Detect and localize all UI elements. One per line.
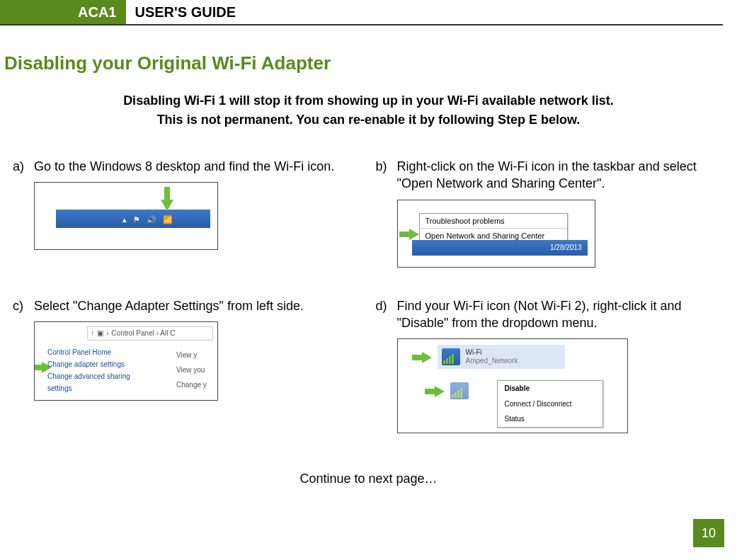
up-icon: ↑ bbox=[91, 328, 94, 338]
adapter-context-menu: Disable Connect / Disconnect Status bbox=[497, 380, 603, 428]
arrow-down-icon bbox=[161, 200, 173, 211]
intro-line-2: This is not permanent. You can re-enable… bbox=[0, 110, 737, 130]
step-a-text: Go to the Windows 8 desktop and find the… bbox=[34, 158, 362, 175]
wifi-adapter-icon bbox=[450, 382, 469, 399]
cp-home[interactable]: Control Panel Home bbox=[47, 346, 154, 358]
taskbar-date: 1/28/2013 bbox=[550, 243, 582, 253]
arrow-right-icon bbox=[435, 386, 445, 397]
folder-icon: ▣ bbox=[97, 328, 103, 338]
cp-r2: View you bbox=[176, 362, 207, 377]
tray-icons: ▴ ⚑ 🔊 📶 bbox=[122, 215, 175, 225]
control-panel-nav: Control Panel Home Change adapter settin… bbox=[47, 346, 154, 394]
step-b-label: b) bbox=[376, 158, 397, 268]
menu-item-status[interactable]: Status bbox=[498, 411, 602, 427]
screenshot-c: ↑ ▣ › Control Panel › All C Control Pane… bbox=[34, 321, 218, 401]
arrow-right-icon bbox=[422, 352, 432, 363]
arrow-right-icon bbox=[409, 229, 419, 240]
step-c: c) Select "Change Adapter Settings" from… bbox=[13, 297, 362, 434]
step-d-text: Find your Wi-Fi icon (Not Wi-Fi 2), righ… bbox=[397, 297, 725, 332]
continue-text: Continue to next page… bbox=[0, 472, 737, 486]
intro-line-1: Disabling Wi-Fi 1 will stop it from show… bbox=[0, 91, 737, 110]
breadcrumb-text: Control Panel › All C bbox=[111, 328, 175, 338]
wifi-adapter-icon bbox=[442, 348, 460, 365]
intro-block: Disabling Wi-Fi 1 will stop it from show… bbox=[0, 91, 737, 130]
cp-change-sharing[interactable]: Change advanced sharing settings bbox=[47, 370, 154, 394]
cp-r3: Change y bbox=[176, 377, 207, 392]
breadcrumb[interactable]: ↑ ▣ › Control Panel › All C bbox=[87, 326, 213, 341]
screenshot-d: Wi-Fi Amped_Network Disable Connect / Di… bbox=[397, 338, 628, 433]
step-c-label: c) bbox=[13, 297, 34, 434]
model-badge: ACA1 bbox=[14, 0, 126, 24]
wifi-name: Wi-Fi bbox=[466, 348, 518, 357]
cp-change-adapter[interactable]: Change adapter settings bbox=[47, 358, 154, 370]
menu-item-connect[interactable]: Connect / Disconnect bbox=[498, 396, 602, 412]
step-a: a) Go to the Windows 8 desktop and find … bbox=[13, 158, 362, 268]
header-bar: ACA1 USER'S GUIDE bbox=[0, 0, 723, 25]
cp-r1: View y bbox=[176, 348, 207, 362]
signal-bars-icon bbox=[443, 354, 454, 364]
step-d-label: d) bbox=[376, 297, 397, 434]
steps-grid: a) Go to the Windows 8 desktop and find … bbox=[0, 158, 737, 433]
wifi-network: Amped_Network bbox=[466, 357, 518, 365]
control-panel-main: View y View you Change y bbox=[176, 348, 207, 392]
header-accent bbox=[0, 0, 14, 24]
menu-item-disable[interactable]: Disable bbox=[498, 381, 602, 396]
step-a-label: a) bbox=[13, 158, 34, 268]
step-d: d) Find your Wi-Fi icon (Not Wi-Fi 2), r… bbox=[376, 297, 725, 434]
signal-bars-icon bbox=[452, 388, 462, 398]
screenshot-b: Troubleshoot problems Open Network and S… bbox=[397, 200, 595, 268]
wifi-adapter-tile[interactable]: Wi-Fi Amped_Network bbox=[438, 345, 565, 369]
step-b: b) Right-click on the Wi-Fi icon in the … bbox=[376, 158, 725, 268]
screenshot-a: ▴ ⚑ 🔊 📶 bbox=[34, 182, 218, 250]
menu-item-troubleshoot[interactable]: Troubleshoot problems bbox=[420, 214, 567, 229]
step-c-text: Select "Change Adapter Settings" from le… bbox=[34, 297, 362, 314]
wifi-adapter-tile-2[interactable] bbox=[450, 380, 490, 401]
section-title: Disabling your Original Wi-Fi Adapter bbox=[4, 52, 737, 74]
page-number: 10 bbox=[693, 519, 724, 547]
step-b-text: Right-click on the Wi-Fi icon in the tas… bbox=[397, 158, 725, 193]
guide-title: USER'S GUIDE bbox=[126, 0, 236, 24]
